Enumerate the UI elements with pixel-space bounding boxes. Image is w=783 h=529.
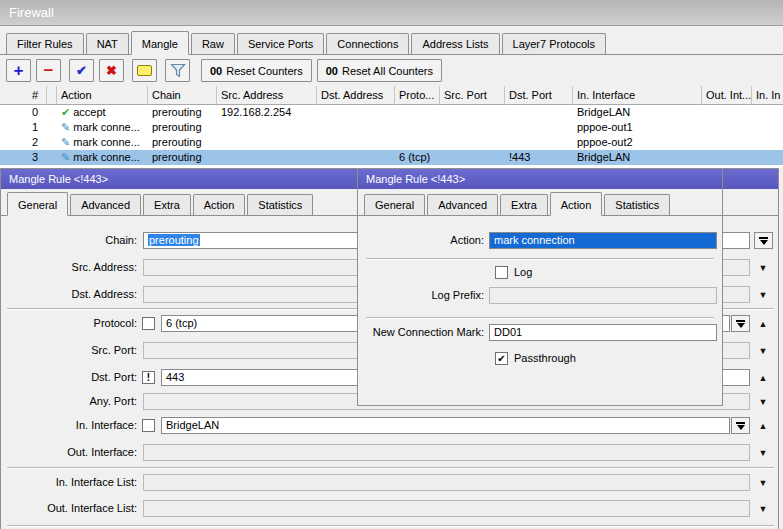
dst-port-label: Dst. Port: [3, 369, 137, 386]
tab-layer7-protocols[interactable]: Layer7 Protocols [502, 33, 607, 54]
col-header-dst-address[interactable]: Dst. Address [317, 86, 395, 105]
mangle-toolbar: + − ✔ ✖ 00 Reset Counters 00 Reset All C… [0, 55, 783, 86]
cell-in-interface-list [752, 150, 783, 165]
enable-rule-button[interactable]: ✔ [69, 59, 94, 82]
tab-statistics[interactable]: Statistics [247, 194, 313, 215]
cell-src-port [440, 150, 505, 165]
tab-advanced[interactable]: Advanced [70, 194, 141, 215]
col-header-chain[interactable]: Chain [148, 86, 217, 105]
not-flag: ! [147, 372, 150, 383]
log-checkbox[interactable] [495, 266, 508, 279]
cell-in-interface: BridgeLAN [573, 150, 702, 165]
dropdown-icon [737, 323, 745, 332]
col-header-dst-port[interactable]: Dst. Port [505, 86, 573, 105]
add-rule-button[interactable]: + [6, 59, 31, 82]
col-header-protocol[interactable]: Proto... [395, 86, 440, 105]
out-interface-list-field[interactable] [143, 500, 750, 517]
tab-raw[interactable]: Raw [191, 33, 235, 54]
cell-protocol [395, 120, 440, 135]
reset-counters-button[interactable]: 00 Reset Counters [201, 59, 312, 82]
tab-statistics[interactable]: Statistics [604, 194, 670, 215]
protocol-not-checkbox[interactable] [142, 317, 155, 330]
triangle-down-icon: ▼ [759, 478, 768, 488]
tab-general[interactable]: General [7, 192, 68, 216]
reset-all-counters-button[interactable]: 00 Reset All Counters [317, 59, 442, 82]
col-header-in-interface[interactable]: In. Interface [573, 86, 702, 105]
col-header-action[interactable]: Action [57, 86, 148, 105]
protocol-expand-button[interactable]: ▲ [754, 315, 772, 332]
table-row[interactable]: 1 ✎mark conne... prerouting pppoe-out1 [0, 120, 783, 135]
any-port-expand-button[interactable]: ▼ [754, 393, 772, 410]
passthrough-checkbox[interactable]: ✔ [495, 352, 508, 365]
table-row[interactable]: 2 ✎mark conne... prerouting pppoe-out2 [0, 135, 783, 150]
out-interface-expand-button[interactable]: ▼ [754, 444, 772, 461]
minus-icon: − [44, 62, 54, 79]
tab-general[interactable]: General [364, 194, 425, 215]
tab-address-lists[interactable]: Address Lists [411, 33, 499, 54]
cell-in-interface-list [752, 135, 783, 150]
in-interface-combo[interactable]: BridgeLAN [161, 417, 730, 434]
out-interface-list-expand-button[interactable]: ▼ [754, 500, 772, 517]
col-header-src-port[interactable]: Src. Port [440, 86, 505, 105]
cell-number: 1 [0, 120, 47, 135]
in-interface-list-expand-button[interactable]: ▼ [754, 474, 772, 491]
in-interface-expand-button[interactable]: ▲ [754, 417, 772, 434]
tab-advanced[interactable]: Advanced [427, 194, 498, 215]
col-header-flags[interactable] [47, 86, 57, 105]
tab-nat[interactable]: NAT [86, 33, 129, 54]
tab-service-ports[interactable]: Service Ports [237, 33, 324, 54]
filter-button[interactable] [165, 59, 190, 82]
col-header-out-interface[interactable]: Out. Int... [702, 86, 752, 105]
new-connection-mark-combo[interactable]: DD01 [489, 324, 717, 341]
col-header-in-interface-list[interactable]: In. In [752, 86, 783, 105]
comment-button[interactable] [132, 59, 157, 82]
triangle-up-icon: ▲ [759, 319, 768, 329]
table-row-selected[interactable]: 3 ✎mark conne... prerouting 6 (tcp) !443… [0, 150, 783, 165]
dropdown-icon [759, 237, 768, 239]
winbox-firewall-window: Firewall Filter Rules NAT Mangle Raw Ser… [0, 0, 783, 529]
cell-protocol [395, 135, 440, 150]
cell-flags [47, 105, 57, 120]
dst-port-expand-button[interactable]: ▲ [754, 369, 772, 386]
tab-connections[interactable]: Connections [326, 33, 409, 54]
tab-filter-rules[interactable]: Filter Rules [6, 33, 84, 54]
triangle-down-icon: ▼ [759, 448, 768, 458]
disable-rule-button[interactable]: ✖ [99, 59, 124, 82]
tab-extra[interactable]: Extra [143, 194, 191, 215]
new-connection-mark-label: New Connection Mark: [350, 324, 484, 341]
col-header-number[interactable]: # [0, 86, 47, 105]
in-interface-dropdown-button[interactable] [731, 417, 750, 434]
action-value: mark connection [494, 234, 575, 246]
triangle-down-icon: ▼ [759, 346, 768, 356]
out-interface-field[interactable] [143, 444, 750, 461]
window-titlebar[interactable]: Firewall [0, 0, 783, 26]
dialog-titlebar[interactable]: Mangle Rule <!443> [358, 169, 722, 189]
tab-action[interactable]: Action [193, 194, 246, 215]
chain-dropdown-button[interactable] [754, 232, 773, 249]
cell-chain: prerouting [148, 135, 217, 150]
funnel-icon [170, 63, 186, 78]
cell-dst-port [505, 135, 573, 150]
tab-extra[interactable]: Extra [500, 194, 548, 215]
table-row[interactable]: 0 ✔accept prerouting 192.168.2.254 Bridg… [0, 105, 783, 120]
action-combo[interactable]: mark connection [489, 232, 717, 249]
src-port-expand-button[interactable]: ▼ [754, 342, 772, 359]
cell-in-interface-list [752, 120, 783, 135]
src-address-expand-button[interactable]: ▼ [754, 259, 772, 276]
chain-label: Chain: [3, 232, 137, 249]
in-interface-list-field[interactable] [143, 474, 750, 491]
protocol-dropdown-button[interactable] [731, 315, 750, 332]
tab-mangle[interactable]: Mangle [131, 31, 189, 55]
cell-dst-address [317, 120, 395, 135]
dialog-title: Mangle Rule <!443> [9, 173, 108, 185]
dst-address-label: Dst. Address: [3, 286, 137, 303]
tab-action[interactable]: Action [550, 192, 603, 216]
passthrough-label: Passthrough [514, 351, 576, 366]
remove-rule-button[interactable]: − [36, 59, 61, 82]
in-interface-not-checkbox[interactable] [142, 419, 155, 432]
dst-port-not-toggle[interactable]: ! [142, 371, 155, 384]
dst-address-expand-button[interactable]: ▼ [754, 286, 772, 303]
log-prefix-field[interactable] [489, 287, 717, 304]
col-header-src-address[interactable]: Src. Address [217, 86, 317, 105]
out-interface-list-label: Out. Interface List: [3, 500, 137, 517]
